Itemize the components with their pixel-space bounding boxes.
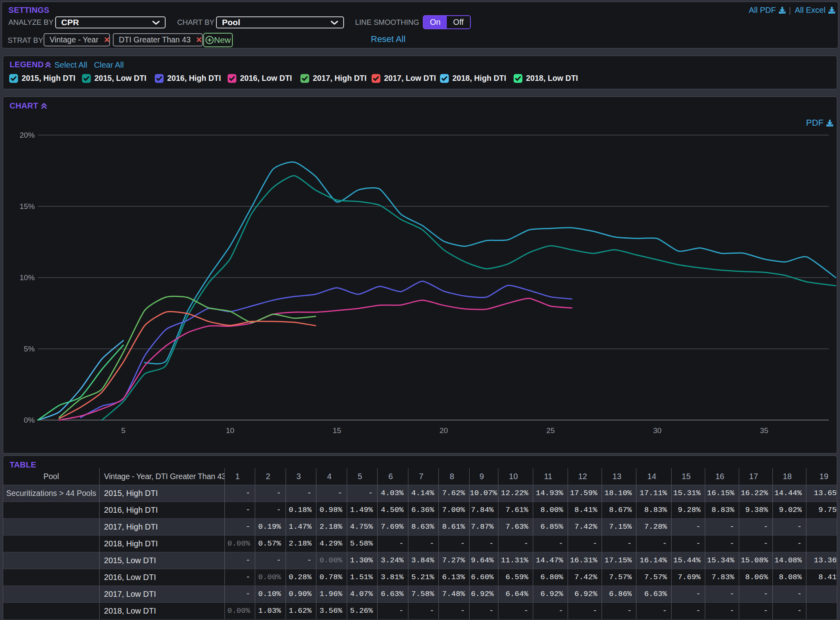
svg-text:15%: 15%: [20, 202, 35, 211]
svg-text:5%: 5%: [24, 345, 35, 353]
svg-text:10: 10: [226, 426, 234, 435]
svg-text:35: 35: [760, 426, 768, 435]
svg-text:30: 30: [653, 426, 662, 435]
svg-text:15: 15: [333, 426, 341, 435]
svg-text:20: 20: [440, 426, 448, 435]
svg-text:5: 5: [121, 426, 126, 435]
svg-text:0%: 0%: [24, 416, 35, 424]
svg-text:20%: 20%: [20, 131, 35, 139]
svg-text:10%: 10%: [20, 273, 35, 282]
svg-text:25: 25: [546, 426, 555, 435]
